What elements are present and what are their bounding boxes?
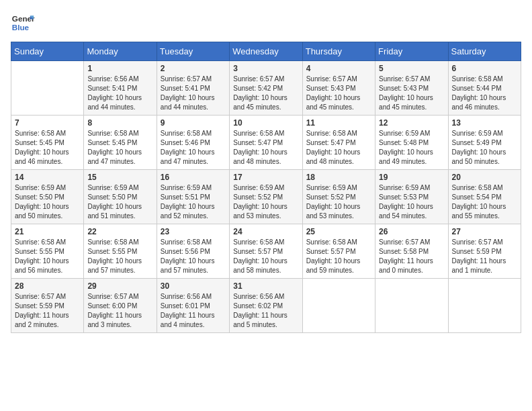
day-number: 21 — [15, 227, 80, 236]
day-cell: 9Sunrise: 6:58 AMSunset: 5:46 PMDaylight… — [157, 116, 229, 170]
day-cell: 16Sunrise: 6:59 AMSunset: 5:51 PMDayligh… — [157, 170, 229, 224]
calendar-table: SundayMondayTuesdayWednesdayThursdayFrid… — [11, 42, 521, 333]
day-cell: 6Sunrise: 6:58 AMSunset: 5:44 PMDaylight… — [448, 61, 521, 116]
day-number: 30 — [161, 281, 226, 291]
day-number: 22 — [87, 227, 152, 236]
day-number: 5 — [379, 64, 444, 73]
day-cell: 30Sunrise: 6:56 AMSunset: 6:01 PMDayligh… — [157, 279, 229, 333]
day-info: Sunrise: 6:57 AMSunset: 5:43 PMDaylight:… — [306, 75, 371, 112]
day-info: Sunrise: 6:57 AMSunset: 5:59 PMDaylight:… — [452, 238, 517, 275]
day-cell: 15Sunrise: 6:59 AMSunset: 5:50 PMDayligh… — [84, 170, 157, 224]
day-number: 29 — [87, 281, 152, 291]
day-cell: 11Sunrise: 6:58 AMSunset: 5:47 PMDayligh… — [302, 116, 375, 170]
day-number: 26 — [379, 227, 444, 236]
day-info: Sunrise: 6:58 AMSunset: 5:55 PMDaylight:… — [87, 238, 152, 275]
day-info: Sunrise: 6:59 AMSunset: 5:53 PMDaylight:… — [379, 183, 444, 221]
day-number: 27 — [452, 227, 517, 236]
day-number: 25 — [306, 227, 371, 236]
day-cell: 2Sunrise: 6:57 AMSunset: 5:41 PMDaylight… — [157, 61, 229, 116]
day-info: Sunrise: 6:59 AMSunset: 5:51 PMDaylight:… — [161, 183, 226, 221]
day-number: 23 — [161, 227, 226, 236]
day-info: Sunrise: 6:59 AMSunset: 5:52 PMDaylight:… — [233, 183, 298, 221]
day-number: 18 — [306, 173, 371, 182]
day-number: 19 — [379, 173, 444, 182]
day-cell: 24Sunrise: 6:58 AMSunset: 5:57 PMDayligh… — [230, 224, 302, 279]
day-cell: 27Sunrise: 6:57 AMSunset: 5:59 PMDayligh… — [448, 224, 521, 279]
day-info: Sunrise: 6:57 AMSunset: 5:42 PMDaylight:… — [233, 75, 298, 112]
day-info: Sunrise: 6:58 AMSunset: 5:57 PMDaylight:… — [233, 238, 298, 275]
day-info: Sunrise: 6:58 AMSunset: 5:57 PMDaylight:… — [306, 238, 371, 275]
day-cell — [448, 279, 521, 333]
day-number: 7 — [15, 118, 80, 128]
day-number: 15 — [87, 173, 152, 182]
day-number: 10 — [233, 118, 298, 128]
logo-icon: General Blue — [11, 11, 35, 35]
day-number: 24 — [233, 227, 298, 236]
week-row-4: 21Sunrise: 6:58 AMSunset: 5:55 PMDayligh… — [11, 224, 521, 279]
day-number: 28 — [15, 281, 80, 291]
column-header-thursday: Thursday — [302, 42, 375, 61]
day-info: Sunrise: 6:58 AMSunset: 5:47 PMDaylight:… — [233, 129, 298, 167]
day-info: Sunrise: 6:58 AMSunset: 5:46 PMDaylight:… — [161, 129, 226, 167]
day-number: 1 — [87, 64, 152, 73]
day-number: 20 — [452, 173, 517, 182]
day-cell: 1Sunrise: 6:56 AMSunset: 5:41 PMDaylight… — [84, 61, 157, 116]
week-row-1: 1Sunrise: 6:56 AMSunset: 5:41 PMDaylight… — [11, 61, 521, 116]
day-number: 4 — [306, 64, 371, 73]
day-number: 14 — [15, 173, 80, 182]
day-number: 8 — [87, 118, 152, 128]
day-info: Sunrise: 6:58 AMSunset: 5:44 PMDaylight:… — [452, 75, 517, 112]
day-info: Sunrise: 6:58 AMSunset: 5:45 PMDaylight:… — [87, 129, 152, 167]
day-info: Sunrise: 6:58 AMSunset: 5:47 PMDaylight:… — [306, 129, 371, 167]
day-info: Sunrise: 6:57 AMSunset: 5:43 PMDaylight:… — [379, 75, 444, 112]
day-cell: 21Sunrise: 6:58 AMSunset: 5:55 PMDayligh… — [11, 224, 84, 279]
day-cell: 23Sunrise: 6:58 AMSunset: 5:56 PMDayligh… — [157, 224, 229, 279]
day-number: 12 — [379, 118, 444, 128]
day-cell: 12Sunrise: 6:59 AMSunset: 5:48 PMDayligh… — [375, 116, 448, 170]
day-cell: 19Sunrise: 6:59 AMSunset: 5:53 PMDayligh… — [375, 170, 448, 224]
day-cell: 7Sunrise: 6:58 AMSunset: 5:45 PMDaylight… — [11, 116, 84, 170]
day-info: Sunrise: 6:58 AMSunset: 5:55 PMDaylight:… — [15, 238, 80, 275]
day-cell: 22Sunrise: 6:58 AMSunset: 5:55 PMDayligh… — [84, 224, 157, 279]
day-info: Sunrise: 6:59 AMSunset: 5:52 PMDaylight:… — [306, 183, 371, 221]
column-header-wednesday: Wednesday — [230, 42, 302, 61]
day-cell: 3Sunrise: 6:57 AMSunset: 5:42 PMDaylight… — [230, 61, 302, 116]
day-cell: 26Sunrise: 6:57 AMSunset: 5:58 PMDayligh… — [375, 224, 448, 279]
day-info: Sunrise: 6:58 AMSunset: 5:56 PMDaylight:… — [161, 238, 226, 275]
day-number: 16 — [161, 173, 226, 182]
day-cell: 25Sunrise: 6:58 AMSunset: 5:57 PMDayligh… — [302, 224, 375, 279]
day-info: Sunrise: 6:57 AMSunset: 5:58 PMDaylight:… — [379, 238, 444, 275]
day-number: 6 — [452, 64, 517, 73]
day-cell — [375, 279, 448, 333]
column-header-saturday: Saturday — [448, 42, 521, 61]
day-cell: 31Sunrise: 6:56 AMSunset: 6:02 PMDayligh… — [230, 279, 302, 333]
day-cell: 17Sunrise: 6:59 AMSunset: 5:52 PMDayligh… — [230, 170, 302, 224]
day-info: Sunrise: 6:59 AMSunset: 5:49 PMDaylight:… — [452, 129, 517, 167]
day-number: 9 — [161, 118, 226, 128]
column-header-tuesday: Tuesday — [157, 42, 229, 61]
day-info: Sunrise: 6:57 AMSunset: 5:41 PMDaylight:… — [161, 75, 226, 112]
day-number: 31 — [233, 281, 298, 291]
logo: General Blue — [11, 11, 35, 35]
day-cell: 29Sunrise: 6:57 AMSunset: 6:00 PMDayligh… — [84, 279, 157, 333]
day-number: 2 — [161, 64, 226, 73]
week-row-2: 7Sunrise: 6:58 AMSunset: 5:45 PMDaylight… — [11, 116, 521, 170]
day-info: Sunrise: 6:59 AMSunset: 5:50 PMDaylight:… — [15, 183, 80, 221]
day-info: Sunrise: 6:56 AMSunset: 6:02 PMDaylight:… — [233, 292, 298, 330]
week-row-3: 14Sunrise: 6:59 AMSunset: 5:50 PMDayligh… — [11, 170, 521, 224]
day-info: Sunrise: 6:58 AMSunset: 5:54 PMDaylight:… — [452, 183, 517, 221]
day-cell — [302, 279, 375, 333]
day-number: 3 — [233, 64, 298, 73]
day-cell: 10Sunrise: 6:58 AMSunset: 5:47 PMDayligh… — [230, 116, 302, 170]
column-header-friday: Friday — [375, 42, 448, 61]
day-info: Sunrise: 6:59 AMSunset: 5:48 PMDaylight:… — [379, 129, 444, 167]
column-header-sunday: Sunday — [11, 42, 84, 61]
day-info: Sunrise: 6:57 AMSunset: 5:59 PMDaylight:… — [15, 292, 80, 330]
day-info: Sunrise: 6:56 AMSunset: 5:41 PMDaylight:… — [87, 75, 152, 112]
day-info: Sunrise: 6:59 AMSunset: 5:50 PMDaylight:… — [87, 183, 152, 221]
day-cell: 5Sunrise: 6:57 AMSunset: 5:43 PMDaylight… — [375, 61, 448, 116]
day-cell — [11, 61, 84, 116]
day-cell: 13Sunrise: 6:59 AMSunset: 5:49 PMDayligh… — [448, 116, 521, 170]
day-number: 17 — [233, 173, 298, 182]
column-header-monday: Monday — [84, 42, 157, 61]
